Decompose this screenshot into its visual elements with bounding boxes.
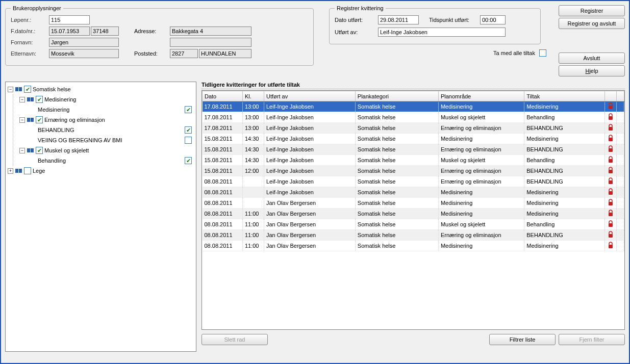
tree-leaf-checkbox[interactable]: [185, 137, 192, 144]
table-row[interactable]: 15.08.201112:00Leif-Inge JakobsenSomatis…: [203, 166, 624, 176]
svg-rect-12: [609, 127, 613, 131]
svg-rect-21: [609, 223, 613, 227]
svg-rect-7: [31, 148, 34, 152]
tid-utfort-field[interactable]: [480, 15, 506, 24]
expand-icon[interactable]: −: [19, 148, 25, 153]
lock-icon: [608, 169, 614, 175]
svg-rect-13: [609, 138, 613, 141]
tree-checkbox[interactable]: [36, 96, 43, 103]
etternavn-label: Etternavn:: [11, 50, 49, 57]
user-info-legend: Brukeropplysninger: [11, 5, 63, 11]
expand-icon[interactable]: −: [19, 117, 25, 123]
svg-rect-11: [609, 116, 613, 120]
col-plankategori[interactable]: Plankategori: [355, 91, 438, 101]
utfort-av-field[interactable]: [378, 28, 506, 37]
book-icon: [15, 168, 22, 173]
receipt-legend: Registrer kvittering: [335, 5, 386, 11]
expand-icon[interactable]: −: [19, 97, 25, 102]
fdato-field: [49, 27, 90, 36]
lopenr-label: Løpenr.:: [11, 17, 49, 23]
lock-icon: [608, 126, 614, 132]
svg-rect-2: [27, 97, 30, 101]
tree-checkbox[interactable]: [24, 86, 31, 93]
tree-checkbox[interactable]: [36, 116, 43, 123]
lock-icon: [608, 115, 614, 121]
table-row[interactable]: 08.08.201111:00Jan Olav BergersenSomatis…: [203, 230, 624, 241]
col-planomrade[interactable]: Planområde: [438, 91, 524, 101]
table-row[interactable]: 08.08.2011Jan Olav BergersenSomatisk hel…: [203, 198, 624, 209]
lock-icon: [608, 158, 614, 164]
tree-item-somatisk[interactable]: Somatisk helse: [33, 86, 71, 92]
lock-icon: [608, 222, 614, 228]
registrer-button[interactable]: Registrer: [559, 5, 625, 16]
table-row[interactable]: 08.08.201111:00Jan Olav BergersenSomatis…: [203, 209, 624, 219]
svg-rect-18: [609, 191, 613, 195]
table-row[interactable]: 17.08.201113:00Leif-Inge JakobsenSomatis…: [203, 112, 624, 123]
svg-rect-20: [609, 213, 613, 216]
tree-checkbox[interactable]: [24, 167, 31, 174]
svg-rect-1: [19, 87, 22, 91]
adresse-field: [170, 27, 251, 36]
tid-utfort-label: Tidspunkt utført:: [429, 17, 480, 23]
fdato-label: F.dato/nr.:: [11, 28, 49, 34]
adresse2-field: [170, 38, 251, 47]
lock-icon: [608, 105, 614, 111]
table-row[interactable]: 15.08.201114:30Leif-Inge JakobsenSomatis…: [203, 155, 624, 166]
tree-leaf-behandling[interactable]: BEHANDLING: [38, 127, 74, 133]
book-icon: [15, 87, 22, 92]
col-lock: [605, 91, 617, 101]
tree-leaf-checkbox[interactable]: [185, 126, 192, 134]
table-row[interactable]: 17.08.201113:00Leif-Inge JakobsenSomatis…: [203, 101, 624, 112]
table-row[interactable]: 15.08.201114:30Leif-Inge JakobsenSomatis…: [203, 144, 624, 155]
expand-icon[interactable]: +: [8, 168, 13, 174]
svg-rect-15: [609, 159, 613, 163]
plan-tree[interactable]: − Somatisk helse − Medisinering Medisine…: [5, 82, 196, 352]
ta-med-alle-checkbox[interactable]: [539, 49, 546, 57]
col-tiltak[interactable]: Tiltak: [524, 91, 605, 101]
fornavn-label: Fornavn:: [11, 39, 49, 45]
tree-item-muskel[interactable]: Muskel og skjelett: [44, 147, 89, 153]
etternavn-field: [49, 49, 119, 58]
tree-leaf-behandling2[interactable]: Behandling: [38, 158, 66, 164]
poststed-field: [199, 49, 251, 58]
tree-leaf-medisinering[interactable]: Medisinering: [38, 107, 69, 113]
tree-leaf-veiing[interactable]: VEIING OG BEREGNING AV BMI: [38, 137, 122, 143]
lock-icon: [608, 233, 614, 239]
lock-icon: [608, 212, 614, 218]
poststed-label: Poststed:: [134, 50, 170, 57]
dato-utfort-field[interactable]: [378, 15, 419, 24]
svg-rect-23: [609, 245, 613, 248]
lock-icon: [608, 244, 614, 250]
tree-leaf-checkbox[interactable]: [185, 157, 192, 164]
svg-rect-8: [15, 169, 18, 173]
fornavn-field: [49, 38, 119, 47]
fnr-field: [91, 27, 119, 36]
tree-item-ernaering[interactable]: Ernæring og eliminasjon: [44, 117, 105, 123]
table-row[interactable]: 08.08.2011Leif-Inge JakobsenSomatisk hel…: [203, 187, 624, 198]
svg-rect-9: [19, 169, 22, 173]
col-kl[interactable]: Kl.: [242, 91, 264, 101]
table-row[interactable]: 17.08.201113:00Leif-Inge JakobsenSomatis…: [203, 123, 624, 134]
expand-icon[interactable]: −: [8, 87, 13, 92]
book-icon: [27, 148, 34, 153]
hjelp-button[interactable]: Hjelp: [559, 65, 625, 76]
tree-item-lege[interactable]: Lege: [33, 168, 45, 174]
col-utfort-av[interactable]: Utført av: [264, 91, 355, 101]
svg-rect-10: [609, 106, 613, 109]
receipts-grid[interactable]: Dato Kl. Utført av Plankategori Planområ…: [201, 90, 625, 330]
table-row[interactable]: 15.08.201114:30Leif-Inge JakobsenSomatis…: [203, 134, 624, 144]
table-row[interactable]: 08.08.2011Leif-Inge JakobsenSomatisk hel…: [203, 176, 624, 187]
utfort-av-label: Utført av:: [335, 29, 378, 35]
avslutt-button[interactable]: Avslutt: [559, 53, 625, 64]
tree-checkbox[interactable]: [36, 147, 43, 154]
receipt-fieldset: Registrer kvittering Dato utført: Tidspu…: [329, 5, 541, 44]
registrer-avslutt-button[interactable]: Registrer og avslutt: [559, 18, 625, 29]
lopenr-field[interactable]: [49, 15, 90, 24]
table-row[interactable]: 08.08.201111:00Jan Olav BergersenSomatis…: [203, 241, 624, 251]
tree-leaf-checkbox[interactable]: [185, 106, 192, 113]
table-row[interactable]: 08.08.201111:00Jan Olav BergersenSomatis…: [203, 219, 624, 230]
filtrer-liste-button[interactable]: Filtrer liste: [489, 334, 556, 345]
tree-item-medisinering[interactable]: Medisinering: [44, 96, 76, 102]
col-dato[interactable]: Dato: [203, 91, 243, 101]
col-extra: [617, 91, 624, 101]
